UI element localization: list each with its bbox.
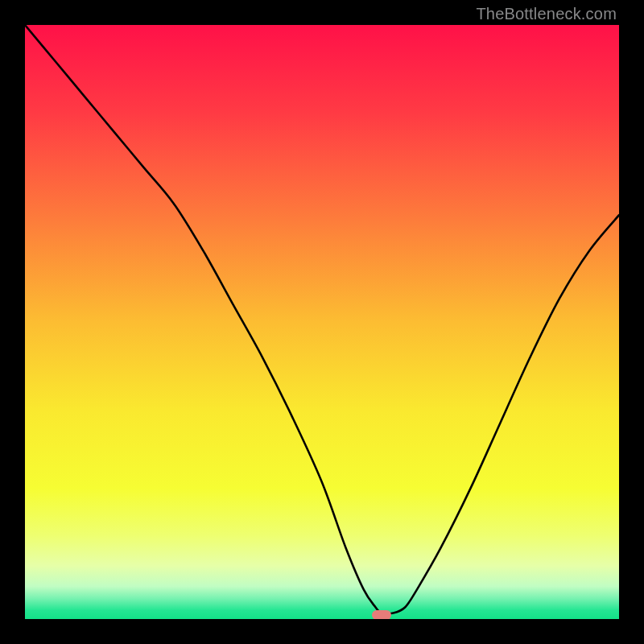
chart-frame: TheBottleneck.com <box>0 0 644 644</box>
watermark-text: TheBottleneck.com <box>476 5 617 23</box>
optimal-point-marker <box>372 610 391 619</box>
plot-area <box>25 25 619 619</box>
bottleneck-curve <box>25 25 619 619</box>
